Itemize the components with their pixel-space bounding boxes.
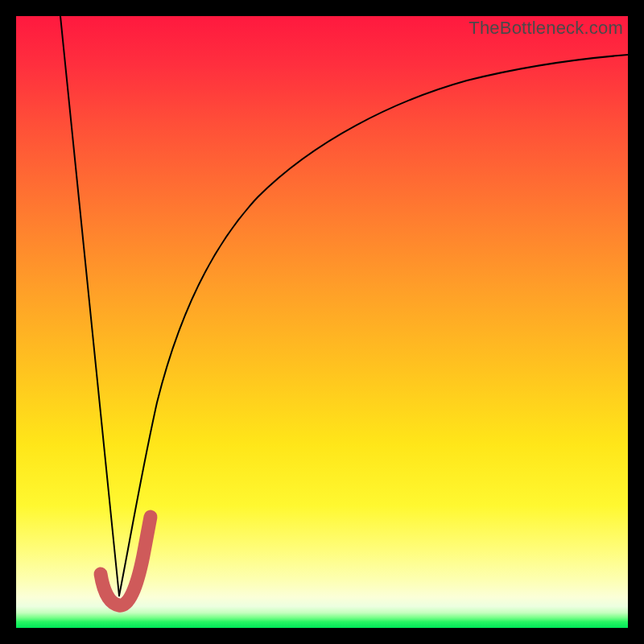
- plot-area: TheBottleneck.com: [16, 16, 628, 628]
- curve-left-descent: [60, 16, 119, 596]
- chart-frame: TheBottleneck.com: [0, 0, 644, 644]
- curve-layer: [16, 16, 628, 628]
- curve-right-ascent: [119, 55, 628, 596]
